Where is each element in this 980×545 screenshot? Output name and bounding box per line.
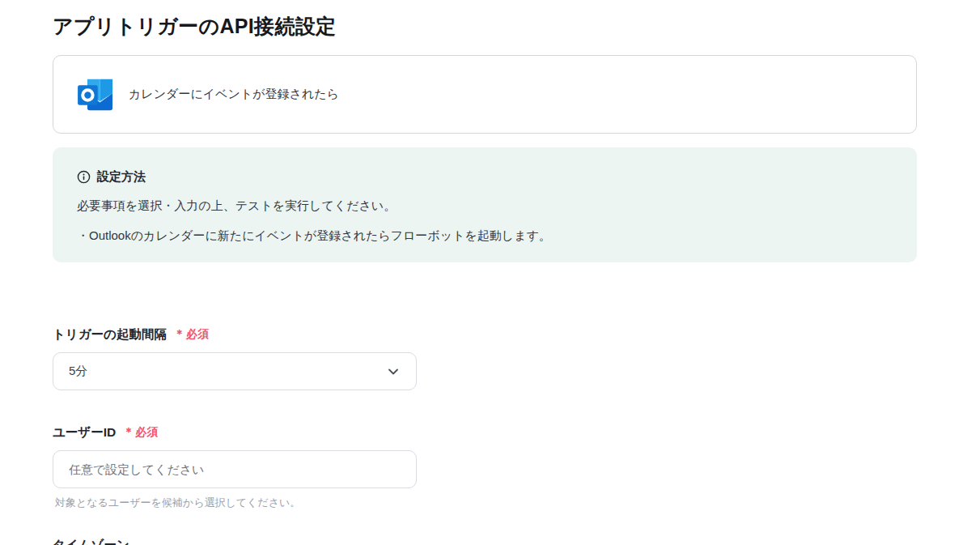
field-label-row: ユーザーID ＊必須 (53, 424, 417, 440)
info-panel-heading: 設定方法 (97, 169, 146, 185)
api-connection-settings-page: アプリトリガーのAPI接続設定 カレンダーにイベントが登録されたら 設定方法 (53, 13, 917, 545)
field-trigger-interval: トリガーの起動間隔 ＊必須 5分 (53, 326, 417, 390)
info-line: 必要事項を選択・入力の上、テストを実行してください。 (77, 197, 893, 214)
info-panel: 設定方法 必要事項を選択・入力の上、テストを実行してください。 ・Outlook… (53, 147, 917, 262)
field-user-id: ユーザーID ＊必須 対象となるユーザーを候補から選択してください。 (53, 424, 417, 510)
required-badge: ＊必須 (123, 424, 158, 440)
user-id-helper-text: 対象となるユーザーを候補から選択してください。 (55, 496, 417, 510)
user-id-input[interactable] (53, 450, 417, 488)
trigger-interval-select[interactable]: 5分 (53, 352, 417, 390)
trigger-interval-selected-value: 5分 (69, 364, 87, 379)
trigger-card-label: カレンダーにイベントが登録されたら (129, 87, 339, 102)
chevron-down-icon (387, 365, 400, 378)
outlook-icon (77, 78, 114, 112)
field-label: トリガーの起動間隔 (53, 326, 167, 342)
required-mark: ＊ (174, 326, 185, 342)
field-timezone: タイムゾーン (53, 537, 417, 545)
trigger-app-card[interactable]: カレンダーにイベントが登録されたら (53, 55, 917, 134)
required-mark: ＊ (123, 424, 134, 440)
info-icon (77, 170, 91, 184)
field-label: タイムゾーン (53, 537, 129, 545)
required-badge: ＊必須 (174, 326, 209, 342)
info-line: ・Outlookのカレンダーに新たにイベントが登録されたらフローボットを起動しま… (77, 227, 893, 244)
field-label-row: トリガーの起動間隔 ＊必須 (53, 326, 417, 342)
page-title: アプリトリガーのAPI接続設定 (53, 13, 917, 40)
field-label-row: タイムゾーン (53, 537, 417, 545)
field-label: ユーザーID (53, 424, 116, 440)
required-text: 必須 (135, 424, 158, 440)
required-text: 必須 (186, 326, 209, 342)
info-panel-header: 設定方法 (77, 169, 893, 185)
